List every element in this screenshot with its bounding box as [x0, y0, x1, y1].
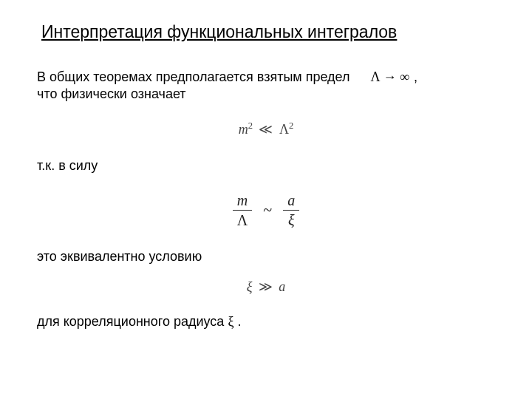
formula1-lhs-exp: 2	[248, 120, 253, 131]
ratio-right: a ξ	[283, 191, 299, 229]
formula1-rhs-exp: 2	[289, 120, 293, 131]
formula3-lhs: ξ	[247, 279, 253, 294]
formula3-relation: ≫	[259, 279, 273, 294]
line-3-text: т.к. в силу	[37, 157, 495, 174]
line-5-pre: для корреляционного радиуса	[37, 314, 228, 329]
slide: Интерпретация функциональных интегралов …	[0, 0, 532, 399]
formula-mass-cutoff: m2 ≪ Λ2	[37, 120, 495, 138]
formula1-lhs-base: m	[239, 122, 248, 137]
limit-expression: Λ → ∞,	[371, 69, 417, 86]
line-1-row: В общих теоремах предполагается взятым п…	[37, 69, 495, 86]
limit-expr-text: Λ → ∞	[371, 69, 409, 84]
ratio-right-num: a	[283, 191, 299, 211]
ratio-right-den: ξ	[283, 211, 299, 229]
paragraph-1: В общих теоремах предполагается взятым п…	[37, 69, 495, 103]
line-4-text: это эквивалентно условию	[37, 248, 495, 265]
line-5-post: .	[233, 314, 241, 329]
line-5: для корреляционного радиуса ξ .	[37, 313, 495, 330]
formula1-rhs-base: Λ	[279, 122, 289, 137]
line-2-text: что физически означает	[37, 86, 495, 103]
ratio-relation: ~	[263, 200, 272, 221]
trailing-comma: ,	[414, 69, 417, 84]
ratio-left-den: Λ	[233, 211, 253, 229]
formula3-rhs: a	[279, 279, 285, 294]
line-1-text: В общих теоремах предполагается взятым п…	[37, 69, 350, 86]
formula-correlation: ξ ≫ a	[37, 279, 495, 296]
ratio-left-num: m	[233, 191, 253, 211]
slide-title: Интерпретация функциональных интегралов	[41, 22, 495, 42]
formula1-relation: ≪	[259, 122, 273, 137]
body-text: В общих теоремах предполагается взятым п…	[37, 69, 495, 331]
ratio-left: m Λ	[233, 191, 253, 229]
formula-ratio: m Λ ~ a ξ	[37, 191, 495, 229]
